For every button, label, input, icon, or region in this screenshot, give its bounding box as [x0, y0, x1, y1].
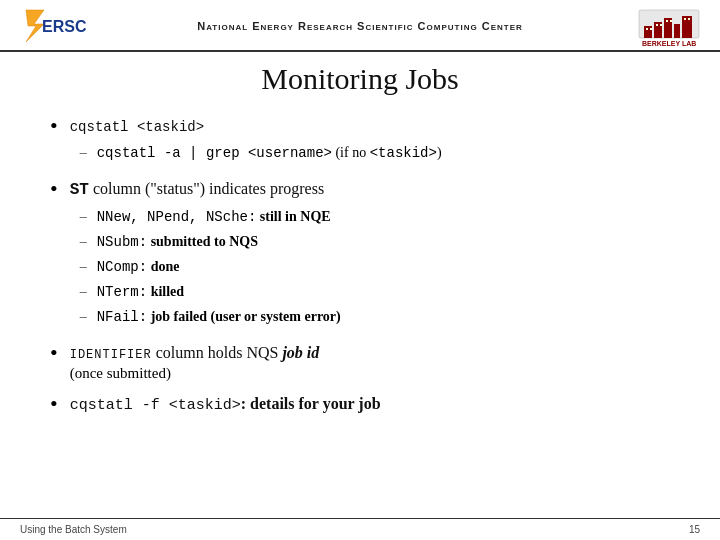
paren-text: (if no	[335, 145, 369, 160]
sub-dash: –	[80, 231, 87, 252]
sub-dash: –	[80, 142, 87, 163]
svg-rect-10	[656, 24, 658, 26]
svg-rect-3	[644, 26, 652, 38]
code-inline: cqstatl -a | grep <username>	[97, 145, 332, 161]
bullet-text: ST column ("status") indicates progress	[70, 180, 324, 197]
sub-list-item: – NFail: job failed (user or system erro…	[70, 306, 670, 328]
list-item: • cqstatl -f <taskid>: details for your …	[50, 392, 670, 420]
bullet-dot: •	[50, 389, 58, 420]
berkeley-logo-container: BERKELEY LAB	[634, 8, 704, 44]
svg-rect-12	[666, 20, 668, 22]
bullet-text: cqstatl -f <taskid>: details for your jo…	[70, 395, 381, 412]
list-item: • ST column ("status") indicates progres…	[50, 177, 670, 331]
main-content: Monitoring Jobs • cqstatl <taskid> – cqs…	[0, 52, 720, 440]
header-title: National Energy Research Scientific Comp…	[86, 20, 634, 32]
svg-rect-6	[674, 24, 680, 38]
once-submitted-text: (once submitted)	[70, 365, 171, 381]
column-text: column ("status") indicates progress	[93, 180, 324, 197]
bullet-content: cqstatl -f <taskid>: details for your jo…	[70, 392, 670, 418]
svg-rect-15	[688, 18, 690, 20]
svg-text:BERKELEY LAB: BERKELEY LAB	[642, 40, 696, 47]
bullet-list: • cqstatl <taskid> – cqstatl -a | grep <…	[50, 114, 670, 420]
code-inline: NSubm:	[97, 234, 147, 250]
sub-text: NTerm: killed	[97, 281, 184, 303]
emphasis-text: still in NQE	[260, 209, 331, 224]
berkeley-logo: BERKELEY LAB	[634, 8, 704, 48]
code-inline: cqstatl -f <taskid>	[70, 397, 241, 414]
svg-rect-14	[684, 18, 686, 20]
emphasis-text: done	[151, 259, 180, 274]
bullet-dot: •	[50, 338, 58, 369]
footer-label: Using the Batch System	[20, 524, 127, 535]
paren-close: )	[437, 145, 442, 160]
sub-dash: –	[80, 281, 87, 302]
identifier-label: IDENTIFIER	[70, 348, 152, 362]
bullet-dot: •	[50, 174, 58, 205]
sub-text: NFail: job failed (user or system error)	[97, 306, 341, 328]
emphasis-text: job failed (user or system error)	[151, 309, 341, 324]
code-inline: cqstatl <taskid>	[70, 119, 204, 135]
column-label: column holds NQS	[156, 344, 283, 361]
sub-dash: –	[80, 306, 87, 327]
svg-rect-11	[660, 24, 662, 26]
code-inline: NNew, NPend, NSche:	[97, 209, 257, 225]
code-inline: NFail:	[97, 309, 147, 325]
svg-rect-8	[646, 28, 648, 30]
page-title: Monitoring Jobs	[50, 62, 670, 96]
emphasis-text: submitted to NQS	[151, 234, 258, 249]
bullet-content: IDENTIFIER column holds NQS job id (once…	[70, 341, 670, 382]
list-item: • cqstatl <taskid> – cqstatl -a | grep <…	[50, 114, 670, 167]
code-inline: <taskid>	[370, 145, 437, 161]
code-inline: NComp:	[97, 259, 147, 275]
sub-text: NSubm: submitted to NQS	[97, 231, 258, 253]
sub-list: – cqstatl -a | grep <username> (if no <t…	[70, 142, 670, 164]
footer-page: 15	[689, 524, 700, 535]
svg-rect-9	[650, 28, 652, 30]
sub-list-item: – NSubm: submitted to NQS	[70, 231, 670, 253]
bullet-text: cqstatl <taskid>	[70, 117, 204, 134]
sub-text: NComp: done	[97, 256, 180, 278]
sub-dash: –	[80, 206, 87, 227]
footer: Using the Batch System 15	[0, 518, 720, 540]
nersc-logo-container: ERSC	[16, 8, 86, 44]
nersc-logo: ERSC	[16, 8, 86, 44]
list-item: • IDENTIFIER column holds NQS job id (on…	[50, 341, 670, 382]
svg-rect-13	[670, 20, 672, 22]
code-inline: ST	[70, 181, 89, 199]
sub-list-item: – NComp: done	[70, 256, 670, 278]
svg-text:ERSC: ERSC	[42, 18, 86, 35]
sub-dash: –	[80, 256, 87, 277]
sub-text: NNew, NPend, NSche: still in NQE	[97, 206, 331, 228]
svg-rect-7	[682, 16, 692, 38]
details-text: : details for your job	[241, 395, 381, 412]
sub-list-item: – cqstatl -a | grep <username> (if no <t…	[70, 142, 670, 164]
bullet-text: IDENTIFIER column holds NQS job id	[70, 344, 320, 361]
sub-list-item: – NTerm: killed	[70, 281, 670, 303]
sub-list-item: – NNew, NPend, NSche: still in NQE	[70, 206, 670, 228]
header: ERSC National Energy Research Scientific…	[0, 0, 720, 52]
bullet-content: cqstatl <taskid> – cqstatl -a | grep <us…	[70, 114, 670, 167]
sub-list: – NNew, NPend, NSche: still in NQE – NSu…	[70, 206, 670, 328]
code-inline: NTerm:	[97, 284, 147, 300]
bullet-content: ST column ("status") indicates progress …	[70, 177, 670, 331]
bullet-dot: •	[50, 111, 58, 142]
sub-text: cqstatl -a | grep <username> (if no <tas…	[97, 142, 442, 164]
italic-text: job id	[282, 344, 319, 361]
emphasis-text: killed	[151, 284, 184, 299]
